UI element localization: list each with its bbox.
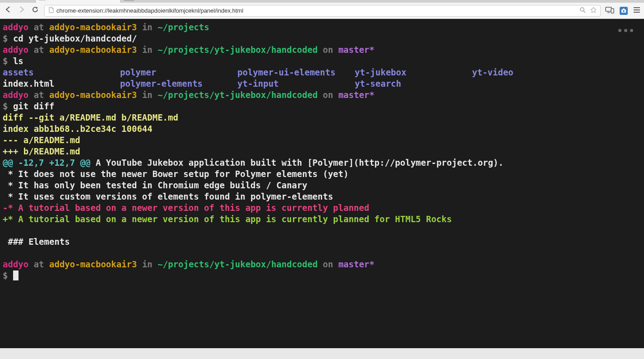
url-text: chrome-extension://leakmhneaibbdapdoienl… [56, 7, 243, 14]
diff-context: * It has only been tested in Chromium ed… [3, 180, 641, 191]
screenshot-extension-icon[interactable] [620, 7, 628, 15]
diff-blank [3, 225, 641, 236]
reload-button[interactable] [31, 6, 40, 15]
svg-point-12 [580, 8, 584, 11]
tab-title: Devtools Terminal [48, 0, 91, 0]
page-icon [48, 7, 54, 14]
prompt-line: addyo at addyo-macbookair3 in ~/projects… [3, 44, 641, 56]
diff-header: --- a/README.md [3, 135, 641, 146]
diff-header: +++ b/README.md [3, 146, 641, 157]
svg-rect-13 [606, 7, 612, 11]
diff-header: index abb1b68..b2ce34c 100644 [3, 123, 641, 135]
flower-extension-icon[interactable] [630, 0, 640, 3]
prompt-line: addyo at addyo-macbookair3 in ~/projects [3, 22, 641, 33]
menu-icon[interactable] [633, 7, 640, 15]
cursor-icon [13, 270, 19, 280]
diff-header: diff --git a/README.md b/README.md [3, 112, 641, 123]
browser-toolbar: chrome-extension://leakmhneaibbdapdoienl… [0, 3, 644, 19]
forward-button[interactable] [17, 5, 26, 16]
prompt-line: addyo at addyo-macbookair3 in ~/projects… [3, 259, 641, 270]
back-button[interactable] [4, 5, 13, 16]
search-icon[interactable] [579, 7, 586, 14]
command-line: $ git diff [3, 101, 641, 112]
tab-close-icon[interactable]: × [113, 0, 117, 1]
devices-icon[interactable] [605, 6, 614, 15]
terminal-panel[interactable]: addyo at addyo-macbookair3 in ~/projects… [0, 19, 644, 348]
diff-added: +* A tutorial based on a newer version o… [3, 214, 641, 225]
prompt-line: addyo at addyo-macbookair3 in ~/projects… [3, 89, 641, 101]
svg-rect-14 [611, 9, 614, 13]
diff-hunk: @@ -12,7 +12,7 @@ A YouTube Jukebox appl… [3, 157, 641, 168]
command-line-active[interactable]: $ [3, 270, 641, 281]
diff-context: * It uses custom versions of elements fo… [3, 191, 641, 202]
ls-output-row: index.htmlpolymer-elementsyt-inputyt-sea… [3, 78, 641, 89]
svg-rect-17 [623, 9, 625, 10]
command-line: $ cd yt-jukebox/handcoded/ [3, 33, 641, 44]
diff-context: * It does not use the newer Bower setup … [3, 168, 641, 180]
ls-output-row: assetspolymerpolymer-ui-elementsyt-jukeb… [3, 67, 641, 78]
tab-strip: >_ Devtools Terminal × [0, 0, 644, 3]
svg-rect-0 [39, 0, 46, 0]
diff-removed: -* A tutorial based on a newer version o… [3, 202, 641, 214]
diff-context: ### Elements [3, 236, 641, 247]
svg-point-16 [623, 10, 625, 12]
command-line: $ ls [3, 56, 641, 67]
diff-blank [3, 247, 641, 259]
bookmark-star-icon[interactable] [590, 7, 597, 14]
new-tab-button[interactable] [124, 0, 134, 1]
address-bar[interactable]: chrome-extension://leakmhneaibbdapdoienl… [44, 5, 601, 17]
terminal-menu-icon[interactable] [618, 29, 633, 32]
svg-point-4 [634, 0, 637, 1]
terminal-favicon-icon: >_ [39, 0, 46, 0]
browser-tab[interactable]: >_ Devtools Terminal × [35, 0, 121, 3]
